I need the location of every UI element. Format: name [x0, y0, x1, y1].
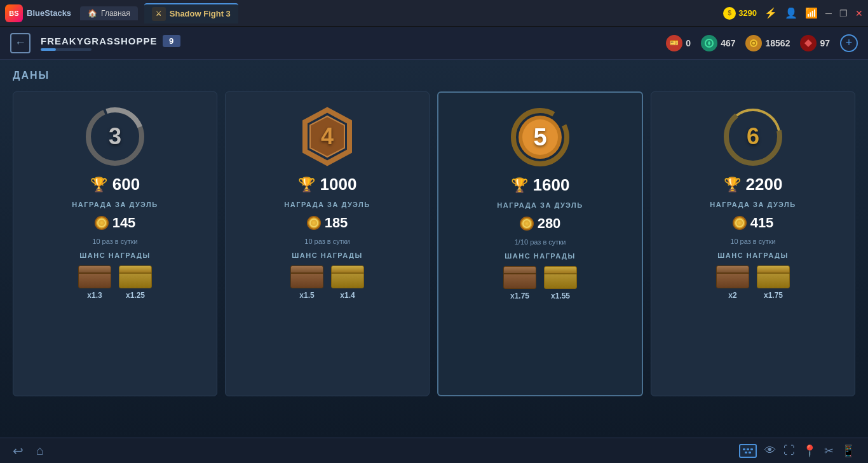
chest-gold-4: x1.4: [331, 265, 364, 300]
chests-6: x2 x1.75: [716, 265, 790, 300]
user-level: 9: [163, 35, 180, 47]
scissors-icon[interactable]: ✂: [824, 444, 834, 458]
trophy-row-5: 🏆 1600: [511, 175, 570, 195]
gem-icon: [800, 35, 817, 51]
chest-lid-3: [78, 265, 111, 273]
user-row: FREAKYGRASSHOPPE 9: [41, 35, 180, 47]
bottom-left: ↩ ⌂: [13, 443, 44, 459]
trophy-row-4: 🏆 1000: [298, 175, 357, 194]
trophy-icon-3: 🏆: [90, 177, 107, 193]
chest-gold-lid-5: [544, 266, 577, 274]
bottom-bar: ↩ ⌂ 👁 ⛶ 📍 ✂ 📱: [0, 438, 868, 463]
shadow-icon: [701, 35, 717, 51]
reward-row-4: 185: [307, 215, 348, 231]
bottom-right: 👁 ⛶ 📍 ✂ 📱: [739, 444, 855, 458]
dan-card-5[interactable]: 5 🏆 1600 НАГРАДА ЗА ДУЭЛЬ 280 1/10 раз в…: [437, 91, 643, 396]
add-resources-button[interactable]: +: [840, 34, 858, 52]
reward-row-5: 280: [520, 215, 561, 232]
frequency-4: 10 раз в сутки: [304, 238, 349, 245]
chest-bronze-box-4: [290, 265, 323, 288]
cards-container: 3 🏆 600 НАГРАДА ЗА ДУЭЛЬ 145 10 раз в су…: [13, 91, 855, 396]
network-icon: 📶: [805, 7, 818, 19]
coin-icon-5: [520, 217, 534, 231]
reward-value-6: 415: [750, 215, 774, 231]
chest-mult-bronze-3: x1.3: [87, 291, 102, 300]
chest-gold-body-6: [757, 273, 790, 288]
trophy-row-3: 🏆 600: [90, 175, 140, 194]
chest-gold-3: x1.25: [119, 265, 152, 300]
chest-gold-body-5: [544, 274, 577, 289]
reward-label-4: НАГРАДА ЗА ДУЭЛЬ: [284, 201, 370, 208]
frequency-5: 1/10 раз в сутки: [515, 238, 566, 246]
reward-value-5: 280: [538, 215, 561, 232]
level-bar-fill: [41, 48, 56, 51]
chest-body-5: [503, 274, 536, 289]
eye-icon[interactable]: 👁: [764, 444, 776, 457]
keyboard-icon[interactable]: [739, 444, 757, 458]
resource-gem: 97: [800, 35, 830, 51]
settings-icon[interactable]: 👤: [785, 7, 797, 19]
dan-badge-3: 3: [83, 105, 147, 168]
svg-point-1: [750, 39, 757, 47]
game-tab-label: Shadow Fight 3: [170, 9, 231, 18]
home-tab-label: Главная: [101, 9, 130, 18]
resource-ticket: 🎫 0: [666, 35, 691, 51]
chest-bronze-box-6: [716, 265, 749, 288]
dan-number-6: 6: [747, 123, 759, 150]
chest-mult-bronze-6: x2: [728, 291, 736, 300]
title-bar-right: $ 3290 ⚡ 👤 📶 ─ ❐ ✕: [723, 7, 863, 20]
coin-icon: $: [723, 7, 736, 20]
dan-card-3[interactable]: 3 🏆 600 НАГРАДА ЗА ДУЭЛЬ 145 10 раз в су…: [13, 91, 217, 396]
coin-icon-3: [95, 216, 109, 230]
back-nav-btn[interactable]: ↩: [13, 443, 24, 459]
chest-bronze-box-3: [78, 265, 111, 288]
chests-3: x1.3 x1.25: [78, 265, 152, 300]
nav-bar: ← FREAKYGRASSHOPPE 9 🎫 0 467 18562: [0, 27, 868, 60]
phone-icon[interactable]: 📱: [841, 444, 855, 458]
home-tab[interactable]: 🏠 Главная: [80, 6, 138, 20]
frequency-3: 10 раз в сутки: [92, 238, 137, 245]
bluestacks-logo: BS: [5, 4, 23, 22]
chest-bronze-4: x1.5: [290, 265, 323, 300]
location-icon[interactable]: 📍: [803, 444, 817, 458]
trophy-value-5: 1600: [533, 175, 570, 195]
frequency-6: 10 раз в сутки: [730, 238, 775, 245]
game-tab[interactable]: ⚔ Shadow Fight 3: [144, 3, 238, 23]
coin-value: 3290: [738, 8, 757, 18]
reward-label-6: НАГРАДА ЗА ДУЭЛЬ: [710, 201, 796, 208]
resources-bar: 🎫 0 467 18562 97 +: [666, 34, 858, 52]
expand-icon[interactable]: ⛶: [783, 444, 795, 457]
ticket-value: 0: [686, 38, 691, 48]
dan-number-3: 3: [109, 123, 121, 150]
home-nav-btn[interactable]: ⌂: [36, 443, 44, 459]
chest-gold-lid-4: [331, 265, 364, 273]
dan-number-5: 5: [533, 124, 546, 151]
restore-btn[interactable]: ❐: [839, 8, 848, 18]
dan-card-4[interactable]: 4 🏆 1000 НАГРАДА ЗА ДУЭЛЬ 185 10 раз в с…: [225, 91, 430, 396]
reward-value-3: 145: [112, 215, 136, 231]
lightning-icon: ⚡: [764, 7, 777, 19]
trophy-value-4: 1000: [320, 175, 357, 194]
chest-bronze-6: x2: [716, 265, 749, 300]
chest-gold-lid-6: [757, 265, 790, 273]
back-button[interactable]: ←: [10, 33, 31, 53]
chest-gold-box-5: [544, 266, 577, 289]
gold-icon: [745, 35, 762, 51]
main-content: ДАНЫ 3 🏆 600 НАГРАДА ЗА ДУЭЛЬ 145 10 раз…: [0, 60, 868, 438]
dan-number-4: 4: [321, 123, 334, 150]
title-bar-left: BS BlueStacks 🏠 Главная ⚔ Shadow Fight 3: [5, 3, 238, 23]
chest-mult-gold-3: x1.25: [126, 291, 145, 300]
dan-card-6[interactable]: 6 🏆 2200 НАГРАДА ЗА ДУЭЛЬ 415 10 раз в с…: [651, 91, 855, 396]
minimize-btn[interactable]: ─: [825, 8, 832, 18]
chance-label-5: ШАНС НАГРАДЫ: [505, 252, 575, 260]
chest-lid-4: [290, 265, 323, 273]
gem-value: 97: [820, 38, 830, 48]
coin-icon-6: [733, 216, 747, 230]
close-btn[interactable]: ✕: [855, 8, 863, 18]
chest-mult-gold-6: x1.75: [764, 291, 783, 300]
dan-badge-5: 5: [508, 105, 572, 169]
chest-body-3: [78, 273, 111, 288]
reward-row-3: 145: [95, 215, 136, 231]
chest-bronze-5: x1.75: [503, 266, 536, 300]
chest-lid-6: [716, 265, 749, 273]
